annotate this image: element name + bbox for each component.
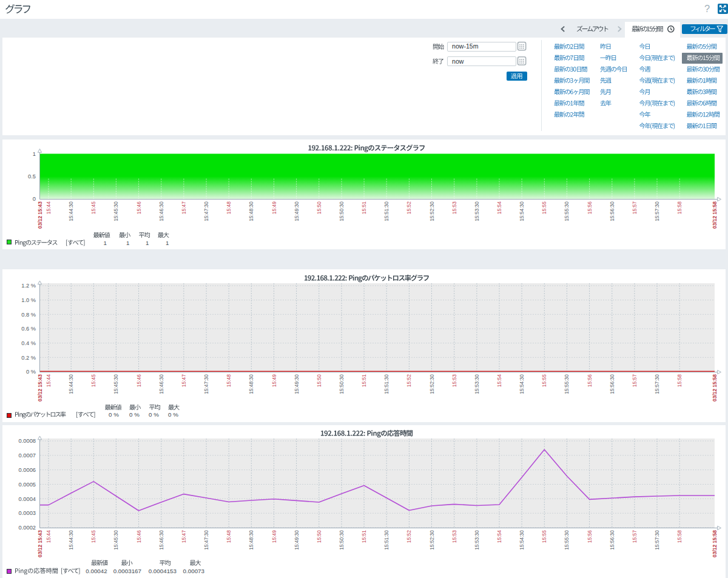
svg-text:0.0005: 0.0005 [19,482,36,488]
svg-text:15:48:30: 15:48:30 [248,374,254,394]
svg-text:15:57: 15:57 [632,530,638,543]
svg-text:15:44:30: 15:44:30 [68,530,74,550]
svg-text:15:53:30: 15:53:30 [474,201,480,221]
svg-text:0.00073: 0.00073 [183,568,205,574]
svg-text:15:56:30: 15:56:30 [609,201,615,221]
svg-text:0.0004153: 0.0004153 [149,568,177,574]
svg-text:15:58: 15:58 [676,201,682,214]
svg-text:0.0007: 0.0007 [19,452,36,459]
svg-text:15:48: 15:48 [226,530,232,543]
svg-text:15:55:30: 15:55:30 [564,374,570,394]
svg-text:now: now [452,58,464,65]
svg-text:0 %: 0 % [109,411,119,418]
svg-text:0.0008: 0.0008 [19,438,36,444]
svg-text:15:56:30: 15:56:30 [609,374,615,394]
svg-text:15:46: 15:46 [136,201,142,214]
svg-text:15:56: 15:56 [587,530,593,543]
svg-text:15:46: 15:46 [136,374,142,387]
svg-text:15:47: 15:47 [181,530,187,543]
svg-text:1: 1 [126,240,129,246]
svg-text:15:44:30: 15:44:30 [68,374,74,394]
svg-text:15:57:30: 15:57:30 [654,374,660,394]
svg-text:1.0 %: 1.0 % [21,297,36,303]
svg-text:0.2 %: 0.2 % [21,355,36,361]
svg-text:1: 1 [104,240,107,246]
svg-text:15:53:30: 15:53:30 [474,374,480,394]
svg-text:15:47:30: 15:47:30 [203,530,209,550]
svg-text:0.0003167: 0.0003167 [113,568,141,574]
svg-text:15:56: 15:56 [587,201,593,214]
svg-text:15:44: 15:44 [46,201,52,214]
svg-text:15:50: 15:50 [316,374,322,387]
svg-text:15:47: 15:47 [181,374,187,387]
svg-text:15:53: 15:53 [451,374,457,387]
svg-text:1: 1 [166,240,169,246]
svg-text:15:51: 15:51 [361,374,367,387]
svg-text:15:53: 15:53 [451,201,457,214]
svg-text:15:48: 15:48 [226,374,232,387]
svg-text:15:54: 15:54 [496,530,502,543]
svg-text:15:53:30: 15:53:30 [474,530,480,550]
svg-text:15:45:30: 15:45:30 [113,201,119,221]
svg-text:15:49: 15:49 [271,374,277,387]
svg-text:15:52:30: 15:52:30 [429,374,435,394]
svg-text:15:53: 15:53 [451,530,457,543]
svg-text:15:45: 15:45 [90,201,96,214]
svg-text:15:48:30: 15:48:30 [248,201,254,221]
svg-text:0 %: 0 % [149,411,159,418]
svg-text:15:48: 15:48 [226,201,232,214]
svg-text:15:51:30: 15:51:30 [383,530,389,550]
svg-text:15:52: 15:52 [406,374,412,387]
svg-text:15:51:30: 15:51:30 [383,201,389,221]
svg-text:15:46: 15:46 [136,530,142,543]
svg-text:0 %: 0 % [26,369,36,375]
svg-text:15:50: 15:50 [316,201,322,214]
svg-text:15:47:30: 15:47:30 [203,374,209,394]
svg-text:15:50: 15:50 [316,530,322,543]
svg-text:15:57: 15:57 [632,374,638,387]
svg-text:15:54:30: 15:54:30 [519,530,525,550]
svg-text:15:46:30: 15:46:30 [158,530,164,550]
svg-text:now-15m: now-15m [452,42,479,50]
svg-text:15:45:30: 15:45:30 [113,530,119,550]
svg-text:0.0004: 0.0004 [19,496,36,502]
svg-text:15:44: 15:44 [46,530,52,543]
svg-text:15:50:30: 15:50:30 [339,201,345,221]
svg-text:15:57:30: 15:57:30 [654,530,660,550]
svg-text:15:55: 15:55 [541,374,547,387]
svg-text:15:44: 15:44 [46,374,52,387]
svg-text:?: ? [704,3,710,14]
svg-text:15:56:30: 15:56:30 [609,530,615,550]
svg-text:15:47: 15:47 [181,201,187,214]
svg-text:15:57:30: 15:57:30 [654,201,660,221]
svg-text:15:54: 15:54 [496,374,502,387]
svg-text:15:46:30: 15:46:30 [158,374,164,394]
svg-text:15:46:30: 15:46:30 [158,201,164,221]
svg-text:1.2 %: 1.2 % [21,283,36,289]
svg-text:15:50:30: 15:50:30 [339,374,345,394]
svg-text:15:50:30: 15:50:30 [339,530,345,550]
svg-text:15:55:30: 15:55:30 [564,530,570,550]
svg-text:03/12 15:43: 03/12 15:43 [37,530,43,557]
svg-text:15:51: 15:51 [361,530,367,543]
svg-text:0 %: 0 % [129,411,140,418]
svg-text:15:55: 15:55 [541,201,547,214]
svg-text:15:54: 15:54 [496,201,502,214]
svg-text:15:45: 15:45 [90,374,96,387]
svg-text:15:52: 15:52 [406,530,412,543]
svg-text:03/12 15:58: 03/12 15:58 [712,374,718,402]
svg-text:15:55:30: 15:55:30 [564,201,570,221]
svg-text:15:45: 15:45 [90,530,96,543]
svg-text:0.0006: 0.0006 [19,467,36,473]
svg-text:15:55: 15:55 [541,530,547,543]
svg-text:03/12 15:58: 03/12 15:58 [712,530,718,557]
svg-text:0.4 %: 0.4 % [21,340,36,346]
svg-text:15:56: 15:56 [587,374,593,387]
svg-text:15:49: 15:49 [271,530,277,543]
svg-text:15:54:30: 15:54:30 [519,201,525,221]
svg-text:0: 0 [33,196,36,202]
svg-text:03/12 15:43: 03/12 15:43 [37,201,43,229]
svg-text:15:52:30: 15:52:30 [429,530,435,550]
svg-text:0 %: 0 % [168,411,178,418]
svg-text:15:49:30: 15:49:30 [294,201,300,221]
